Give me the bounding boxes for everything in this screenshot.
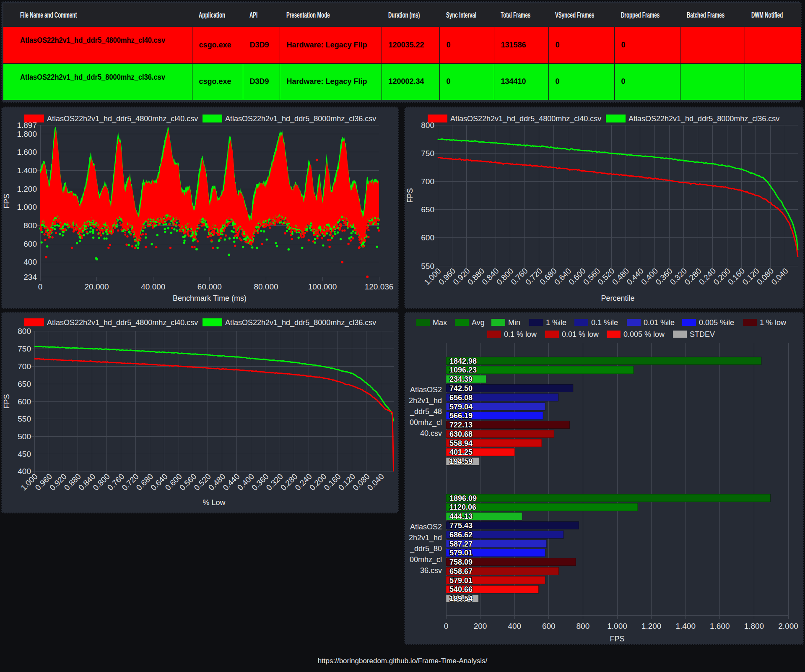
svg-text:750: 750 <box>18 344 31 353</box>
svg-text:1.000: 1.000 <box>17 203 37 211</box>
svg-text:579.01: 579.01 <box>449 549 473 557</box>
svg-text:2h2v1_hd: 2h2v1_hd <box>409 396 442 405</box>
svg-text:700: 700 <box>421 177 434 186</box>
svg-text:AtlasOS22h2v1_hd_ddr5_4800mhz_: AtlasOS22h2v1_hd_ddr5_4800mhz_cl40.csv <box>47 318 198 327</box>
svg-text:1.800: 1.800 <box>744 622 764 630</box>
svg-text:630.68: 630.68 <box>449 430 473 438</box>
svg-text:1.200: 1.200 <box>17 185 37 193</box>
svg-text:1.600: 1.600 <box>710 622 730 630</box>
svg-text:FPS: FPS <box>610 635 624 643</box>
svg-text:1.400: 1.400 <box>675 622 696 630</box>
svg-text:587.27: 587.27 <box>449 540 473 548</box>
svg-text:400: 400 <box>18 467 31 476</box>
svg-text:AtlasOS22h2v1_hd_ddr5_8000mhz_: AtlasOS22h2v1_hd_ddr5_8000mhz_cl36.csv <box>628 115 779 123</box>
svg-text:444.13: 444.13 <box>449 512 473 521</box>
svg-text:800: 800 <box>576 622 590 630</box>
svg-text:40.000: 40.000 <box>141 282 165 291</box>
svg-text:0.005 % low: 0.005 % low <box>623 330 665 339</box>
svg-text:658.67: 658.67 <box>449 567 473 576</box>
svg-text:0.1 %ile: 0.1 %ile <box>591 318 618 327</box>
svg-text:656.08: 656.08 <box>449 393 473 402</box>
svg-text:20.000: 20.000 <box>85 282 109 291</box>
svg-text:36.csv: 36.csv <box>420 566 442 575</box>
svg-text:0.01 %ile: 0.01 %ile <box>644 318 675 327</box>
svg-text:189.54: 189.54 <box>449 594 473 603</box>
svg-text:1896.09: 1896.09 <box>449 494 477 503</box>
svg-text:1.897: 1.897 <box>17 121 37 130</box>
svg-text:Avg: Avg <box>472 318 485 327</box>
svg-text:758.09: 758.09 <box>449 558 473 566</box>
svg-text:1.200: 1.200 <box>641 622 662 630</box>
svg-text:400: 400 <box>23 258 37 266</box>
svg-text:00mhz_cl: 00mhz_cl <box>410 555 442 564</box>
svg-text:2h2v1_hd: 2h2v1_hd <box>409 534 442 542</box>
svg-text:600: 600 <box>18 397 31 406</box>
svg-text:100.000: 100.000 <box>308 282 337 291</box>
svg-text:550: 550 <box>18 414 31 423</box>
svg-text:234.39: 234.39 <box>449 375 473 383</box>
svg-text:0: 0 <box>444 622 449 630</box>
svg-text:0.01 % low: 0.01 % low <box>562 330 599 339</box>
svg-text:750: 750 <box>421 149 434 158</box>
svg-text:0.040: 0.040 <box>366 472 386 492</box>
svg-text:AtlasOS2: AtlasOS2 <box>410 523 442 531</box>
svg-text:1 % low: 1 % low <box>760 318 787 327</box>
svg-text:AtlasOS2: AtlasOS2 <box>410 385 442 394</box>
svg-text:558.94: 558.94 <box>449 439 473 448</box>
svg-text:742.50: 742.50 <box>449 384 473 393</box>
svg-text:% Low: % Low <box>203 498 226 507</box>
svg-text:FPS: FPS <box>3 194 11 208</box>
svg-text:650: 650 <box>421 205 434 214</box>
svg-text:540.66: 540.66 <box>449 585 473 594</box>
svg-text:450: 450 <box>18 450 31 458</box>
svg-text:1 %ile: 1 %ile <box>546 318 566 327</box>
svg-text:0: 0 <box>38 282 43 291</box>
svg-text:80.000: 80.000 <box>254 282 278 291</box>
svg-text:AtlasOS22h2v1_hd_ddr5_4800mhz_: AtlasOS22h2v1_hd_ddr5_4800mhz_cl40.csv <box>450 115 601 123</box>
svg-text:234: 234 <box>23 273 37 281</box>
svg-text:AtlasOS22h2v1_hd_ddr5_4800mhz_: AtlasOS22h2v1_hd_ddr5_4800mhz_cl40.csv <box>47 115 198 123</box>
svg-text:0.040: 0.040 <box>769 266 789 287</box>
svg-text:1.400: 1.400 <box>17 166 37 175</box>
svg-text:566.19: 566.19 <box>449 412 473 420</box>
svg-text:1.000: 1.000 <box>607 622 627 630</box>
svg-text:Percentile: Percentile <box>601 294 634 302</box>
svg-text:401.25: 401.25 <box>449 448 473 456</box>
svg-text:1096.23: 1096.23 <box>449 366 477 374</box>
svg-text:STDEV: STDEV <box>690 330 715 339</box>
svg-text:Benchmark Time (ms): Benchmark Time (ms) <box>173 294 247 302</box>
svg-text:60.000: 60.000 <box>197 282 222 291</box>
svg-text:00mhz_cl: 00mhz_cl <box>410 418 442 427</box>
svg-text:800: 800 <box>23 221 37 230</box>
svg-text:40.csv: 40.csv <box>420 429 442 438</box>
svg-text:775.43: 775.43 <box>449 521 473 530</box>
svg-text:AtlasOS22h2v1_hd_ddr5_8000mhz_: AtlasOS22h2v1_hd_ddr5_8000mhz_cl36.csv <box>225 318 376 327</box>
svg-text:Min: Min <box>508 318 520 327</box>
svg-text:1.600: 1.600 <box>17 148 37 156</box>
svg-text:1842.98: 1842.98 <box>449 357 477 365</box>
svg-text:194.59: 194.59 <box>449 457 473 466</box>
svg-text:1.800: 1.800 <box>17 130 37 138</box>
svg-text:686.62: 686.62 <box>449 531 473 539</box>
svg-text:400: 400 <box>508 622 521 630</box>
svg-text:579.01: 579.01 <box>449 576 473 585</box>
svg-text:600: 600 <box>542 622 556 630</box>
svg-text:650: 650 <box>18 380 31 388</box>
svg-text:800: 800 <box>18 327 31 336</box>
svg-text:500: 500 <box>18 432 31 441</box>
svg-text:550: 550 <box>421 262 434 271</box>
svg-text:800: 800 <box>421 121 434 130</box>
svg-text:579.04: 579.04 <box>449 403 473 411</box>
svg-text:200: 200 <box>474 622 487 630</box>
svg-text:1120.06: 1120.06 <box>449 503 476 511</box>
svg-text:Max: Max <box>433 318 447 327</box>
svg-text:600: 600 <box>421 233 434 242</box>
svg-text:_ddr5_48: _ddr5_48 <box>410 407 442 416</box>
svg-text:700: 700 <box>18 362 31 371</box>
svg-text:FPS: FPS <box>406 188 414 203</box>
svg-text:2.000: 2.000 <box>778 622 798 630</box>
svg-text:FPS: FPS <box>3 394 11 409</box>
svg-text:0.005 %ile: 0.005 %ile <box>699 318 734 327</box>
svg-text:_ddr5_80: _ddr5_80 <box>410 544 442 553</box>
svg-text:722.13: 722.13 <box>449 421 473 429</box>
